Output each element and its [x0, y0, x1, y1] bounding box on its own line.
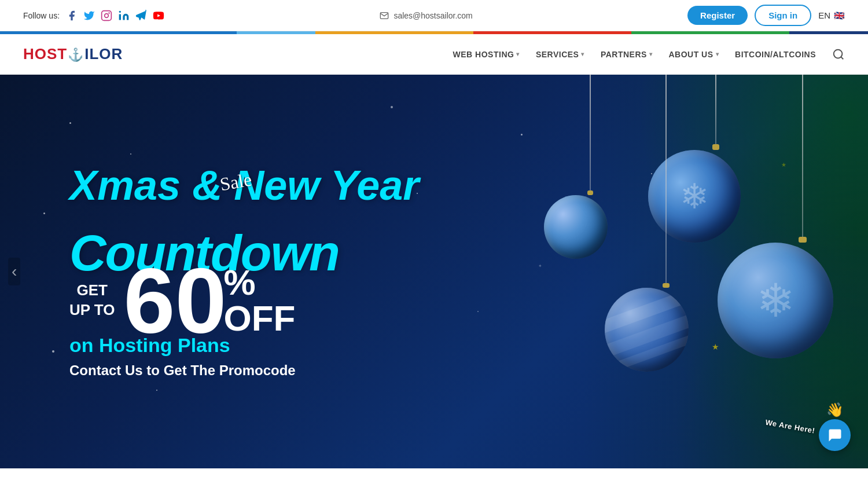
hero-content: Xmas & New Year Sale Countdown GET UP TO…: [0, 164, 419, 379]
hero-up-to-text: UP TO: [69, 300, 115, 320]
nav-web-hosting[interactable]: WEB HOSTING ▾: [453, 50, 520, 59]
logo[interactable]: HOST⚓ILOR: [23, 45, 123, 63]
svg-point-5: [834, 49, 843, 58]
signin-button[interactable]: Sign in: [755, 5, 811, 26]
hero-discount-number: 60: [124, 261, 227, 340]
facebook-icon[interactable]: [65, 9, 78, 22]
top-right-actions: Register Sign in EN 🇬🇧: [687, 5, 845, 26]
logo-sailor: ILOR: [84, 45, 123, 63]
hero-percent-off: % OFF: [223, 265, 295, 336]
nav-bar: HOST⚓ILOR WEB HOSTING ▾ SERVICES ▾ PARTN…: [0, 34, 868, 75]
telegram-icon[interactable]: [135, 9, 148, 22]
chevron-down-icon: ▾: [516, 51, 520, 57]
color-bar-green: [631, 31, 789, 34]
youtube-icon[interactable]: [152, 9, 165, 22]
nav-partners[interactable]: PARTNERS ▾: [601, 50, 652, 59]
color-bar: [0, 31, 868, 34]
lang-label: EN: [818, 10, 830, 20]
svg-point-1: [105, 13, 109, 17]
email-section[interactable]: sales@hostsailor.com: [380, 11, 472, 20]
svg-rect-0: [102, 10, 112, 20]
nav-services[interactable]: SERVICES ▾: [536, 50, 584, 59]
hero-section: ★ ★ ✦ ❄ ❄: [0, 75, 868, 468]
email-icon: [380, 11, 389, 20]
search-icon[interactable]: [832, 48, 845, 61]
chat-hand-icon: 👋: [826, 402, 844, 418]
color-bar-dark-blue: [789, 31, 868, 34]
svg-line-6: [841, 57, 843, 59]
follow-label: Follow us:: [23, 11, 60, 20]
logo-host: HOST: [23, 45, 67, 63]
hero-off-text: OFF: [223, 300, 295, 336]
hero-contact-cta: Contact Us to Get The Promocode: [69, 362, 419, 379]
instagram-icon[interactable]: [100, 9, 113, 22]
svg-point-2: [108, 12, 110, 14]
color-bar-light-blue: [237, 31, 315, 34]
nav-search[interactable]: [832, 48, 845, 61]
color-bar-red: [473, 31, 631, 34]
hero-get-up-text: GET: [69, 281, 115, 300]
follow-us-section: Follow us:: [23, 9, 165, 22]
chat-open-button[interactable]: [819, 419, 851, 451]
color-bar-gold: [315, 31, 473, 34]
chat-widget[interactable]: We Are Here! 👋: [765, 402, 851, 451]
main-nav: WEB HOSTING ▾ SERVICES ▾ PARTNERS ▾ ABOU…: [453, 48, 845, 61]
chat-label: We Are Here!: [764, 418, 815, 435]
slider-prev-button[interactable]: ‹: [8, 258, 20, 285]
social-icons: [65, 9, 165, 22]
flag-icon: 🇬🇧: [834, 10, 845, 21]
nav-bitcoin[interactable]: BITCOIN/ALTCOINS: [735, 50, 816, 59]
svg-point-3: [119, 10, 121, 12]
nav-about-us[interactable]: ABOUT US ▾: [668, 50, 719, 59]
twitter-icon[interactable]: [83, 9, 95, 22]
top-bar: Follow us:: [0, 0, 868, 31]
register-button[interactable]: Register: [687, 6, 748, 25]
linkedin-icon[interactable]: [117, 9, 130, 22]
logo-anchor-icon: ⚓: [68, 47, 84, 63]
chevron-down-icon: ▾: [581, 51, 584, 57]
color-bar-blue: [0, 31, 237, 34]
chevron-down-icon: ▾: [716, 51, 719, 57]
hero-percent-symbol: %: [223, 265, 295, 300]
email-address: sales@hostsailor.com: [393, 11, 472, 20]
chevron-down-icon: ▾: [649, 51, 653, 57]
language-selector[interactable]: EN 🇬🇧: [818, 10, 845, 21]
chat-icon: [827, 427, 843, 443]
